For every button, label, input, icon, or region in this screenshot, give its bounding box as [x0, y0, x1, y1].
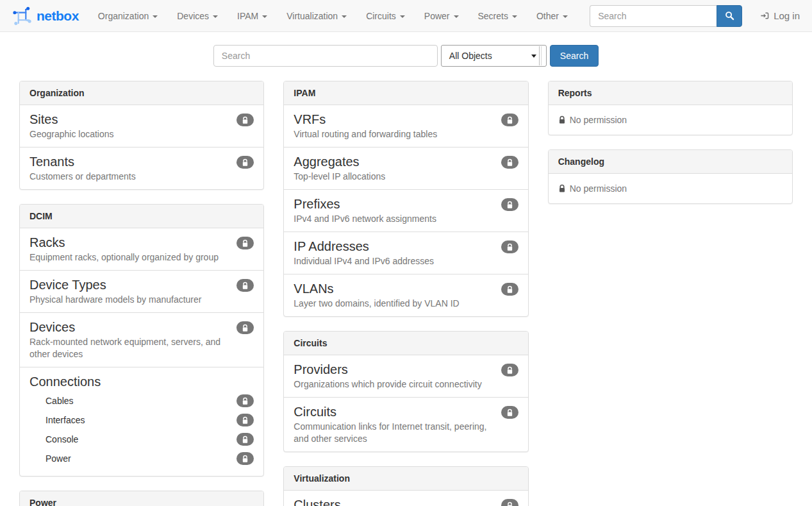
global-search-button[interactable]: Search: [550, 45, 599, 67]
lock-badge: [501, 283, 518, 296]
lock-badge: [236, 414, 254, 426]
item-description: Virtual routing and forwarding tables: [294, 128, 494, 140]
item-main: Circuits Communication links for Interne…: [294, 404, 494, 445]
list-item: Aggregates Top-level IP allocations: [284, 148, 527, 190]
nav-menu-secrets[interactable]: Secrets: [468, 0, 527, 31]
lock-icon: [242, 397, 249, 405]
column-middle: IPAM VRFs Virtual routing and forwarding…: [274, 81, 538, 506]
list-item: Clusters: [284, 491, 527, 506]
nav-menu-label: Virtualization: [286, 11, 338, 21]
item-main: VRFs Virtual routing and forwarding tabl…: [294, 112, 494, 140]
item-main: Aggregates Top-level IP allocations: [294, 154, 494, 183]
item-link-connections[interactable]: Connections: [29, 374, 101, 389]
nav-menu-label: Devices: [177, 11, 209, 21]
global-search-input[interactable]: [213, 45, 438, 67]
list-item: IP Addresses Individual IPv4 and IPv6 ad…: [284, 232, 527, 274]
lock-badge: [236, 321, 254, 334]
chevron-down-icon: [563, 15, 568, 18]
nav-menu-ipam[interactable]: IPAM: [228, 0, 277, 31]
panel-heading: Circuits: [284, 332, 527, 355]
item-main: VLANs Layer two domains, identified by V…: [294, 281, 494, 310]
lock-badge: [501, 364, 518, 376]
sign-in-icon: [760, 11, 770, 21]
item-main: IP Addresses Individual IPv4 and IPv6 ad…: [294, 239, 494, 267]
object-type-select[interactable]: All Objects: [441, 45, 547, 67]
brand-label: netbox: [37, 8, 79, 24]
item-description: Layer two domains, identified by VLAN ID: [294, 298, 494, 310]
list-item: Prefixes IPv4 and IPv6 network assignmen…: [284, 190, 527, 232]
nav-menu-label: Other: [536, 11, 559, 21]
navbar-search-button[interactable]: [717, 5, 742, 27]
chevron-down-icon: [454, 15, 459, 18]
lock-badge: [236, 114, 254, 126]
lock-icon: [242, 435, 249, 444]
chevron-down-icon: [400, 15, 405, 18]
chevron-down-icon: [512, 15, 517, 18]
lock-icon: [506, 409, 513, 417]
item-link-ip-addresses[interactable]: IP Addresses: [294, 239, 369, 254]
item-link-circuits[interactable]: Circuits: [294, 404, 336, 419]
panel-virtualization: Virtualization Clusters: [283, 466, 528, 506]
lock-badge: [501, 240, 518, 253]
no-permission-text: No permission: [570, 115, 627, 125]
item-link-aggregates[interactable]: Aggregates: [294, 154, 359, 169]
item-link-prefixes[interactable]: Prefixes: [294, 196, 340, 212]
item-link-providers[interactable]: Providers: [294, 362, 347, 377]
lock-badge: [501, 198, 518, 211]
dashboard-grid: Organization Sites Geographic locations …: [0, 81, 812, 506]
panel-heading: Power: [20, 491, 263, 506]
nav-menu-other[interactable]: Other: [527, 0, 577, 31]
item-link-vrfs[interactable]: VRFs: [294, 112, 326, 127]
item-main: Clusters: [294, 497, 494, 506]
item-link-cables[interactable]: Cables: [46, 396, 74, 406]
item-link-interfaces[interactable]: Interfaces: [46, 415, 85, 425]
list-item: Racks Equipment racks, optionally organi…: [20, 228, 263, 271]
lock-icon: [506, 201, 513, 209]
item-link-vlans[interactable]: VLANs: [294, 281, 333, 296]
list-item: VLANs Layer two domains, identified by V…: [284, 274, 527, 316]
netbox-brand-link[interactable]: netbox: [10, 0, 88, 31]
item-description: Communication links for Internet transit…: [294, 421, 494, 445]
nav-menu-devices[interactable]: Devices: [167, 0, 228, 31]
panel-heading: Reports: [549, 81, 792, 105]
item-description: Individual IPv4 and IPv6 addresses: [294, 255, 494, 267]
lock-icon: [558, 115, 566, 124]
nav-menu-circuits[interactable]: Circuits: [356, 0, 415, 31]
item-link-device-types[interactable]: Device Types: [29, 277, 106, 292]
lock-icon: [242, 282, 249, 290]
nav-menu-organization[interactable]: Organization: [88, 0, 167, 31]
lock-badge: [236, 452, 254, 465]
item-link-racks[interactable]: Racks: [29, 235, 65, 250]
item-description: Physical hardware models by manufacturer: [29, 294, 230, 306]
nav-menu-label: Secrets: [478, 11, 508, 21]
item-main: Prefixes IPv4 and IPv6 network assignmen…: [294, 196, 494, 225]
list-item: Circuits Communication links for Interne…: [284, 398, 527, 451]
netbox-logo-icon: [12, 6, 32, 26]
panel-heading: DCIM: [20, 205, 263, 228]
sub-item-row: Cables: [29, 391, 254, 410]
item-link-tenants[interactable]: Tenants: [29, 154, 74, 169]
item-link-clusters[interactable]: Clusters: [294, 497, 340, 506]
item-link-sites[interactable]: Sites: [29, 112, 58, 127]
lock-icon: [506, 158, 513, 167]
panel-heading: IPAM: [284, 81, 527, 105]
nav-menu-power[interactable]: Power: [415, 0, 468, 31]
navbar-search-input[interactable]: [590, 5, 717, 27]
item-link-console[interactable]: Console: [46, 434, 78, 444]
panel-dcim: DCIM Racks Equipment racks, optionally o…: [19, 204, 264, 476]
item-link-devices[interactable]: Devices: [29, 319, 75, 335]
list-item: Providers Organizations which provide ci…: [284, 355, 527, 398]
no-permission-row: No permission: [549, 174, 792, 203]
item-main: Providers Organizations which provide ci…: [294, 362, 494, 391]
connections-group: Connections Cables Interfaces: [20, 367, 263, 476]
search-icon: [725, 11, 734, 21]
lock-icon: [242, 239, 249, 248]
lock-icon: [558, 184, 566, 193]
item-link-power-connections[interactable]: Power: [46, 453, 71, 464]
item-main: Device Types Physical hardware models by…: [29, 277, 230, 306]
nav-menu-virtualization[interactable]: Virtualization: [277, 0, 356, 31]
panel-changelog: Changelog No permission: [548, 149, 793, 204]
login-link[interactable]: Log in: [750, 0, 802, 31]
lock-icon: [242, 116, 249, 124]
item-main: Racks Equipment racks, optionally organi…: [29, 235, 230, 264]
